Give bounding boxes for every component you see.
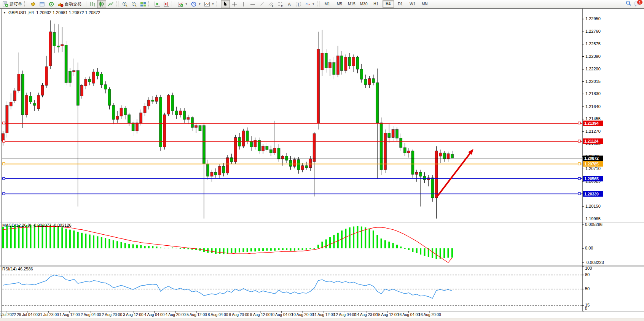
market-watch-icon	[39, 1, 45, 7]
timeframe-button-M15[interactable]: M15	[346, 0, 357, 8]
chart-window: 1.229501.227601.225751.223901.222001.220…	[0, 8, 644, 321]
dropdown-caret: ▼	[312, 3, 315, 5]
clock-icon	[191, 1, 197, 7]
megaphone-icon	[57, 1, 64, 7]
svg-text:F: F	[281, 5, 282, 7]
auto-scroll-icon	[154, 1, 160, 7]
templates-button[interactable]: ▼	[202, 0, 216, 8]
bar-chart-mode-button[interactable]	[88, 0, 97, 8]
toolbar-grip	[24, 1, 27, 7]
timeframe-button-M1[interactable]: M1	[322, 0, 333, 8]
time-axis[interactable]	[2, 311, 582, 318]
search-icon[interactable]	[625, 0, 632, 8]
zoom-in-button[interactable]	[120, 0, 129, 8]
timeframe-button-W1[interactable]: W1	[407, 0, 418, 8]
fibonacci-tool-button[interactable]: F	[276, 0, 285, 8]
dropdown-caret: ▼	[185, 3, 188, 5]
template-icon	[204, 1, 210, 7]
text-label-icon: T	[295, 1, 301, 7]
candlestick-icon	[99, 1, 105, 7]
cursor-icon	[222, 1, 228, 7]
timeframe-group: M1M5M15M30H1H4D1W1MN	[321, 0, 431, 8]
trendline-tool-button[interactable]	[257, 0, 266, 8]
horizontal-line-tool-button[interactable]	[248, 0, 257, 8]
toolbar-grip	[217, 1, 219, 7]
market-watch-button[interactable]	[38, 0, 47, 8]
main-chart-area[interactable]	[2, 9, 582, 221]
window-bottom-edge	[0, 318, 644, 321]
candlestick-mode-button[interactable]	[97, 0, 106, 8]
zoom-out-button[interactable]	[129, 0, 139, 8]
svg-text:E: E	[272, 5, 273, 7]
vertical-line-icon	[241, 1, 247, 7]
equidistant-channel-icon: E	[268, 1, 274, 7]
crosshair-icon	[231, 1, 238, 7]
periods-button[interactable]: ▼	[189, 0, 202, 8]
chart-shift-icon	[163, 1, 169, 7]
svg-text:A: A	[288, 2, 291, 7]
channel-tool-button[interactable]: E	[266, 0, 276, 8]
notification-count-badge: 1	[637, 0, 642, 5]
line-chart-mode-button[interactable]	[106, 0, 115, 8]
cursor-tool-button[interactable]	[221, 0, 230, 8]
profile-button[interactable]	[47, 0, 56, 8]
toolbar-grip	[148, 1, 151, 7]
tile-windows-button[interactable]	[139, 0, 148, 8]
toolbar-grip	[172, 1, 174, 7]
zoom-in-icon	[122, 1, 128, 7]
indicators-icon	[177, 1, 183, 7]
tile-windows-icon	[140, 1, 146, 7]
timeframe-button-M30[interactable]: M30	[358, 0, 370, 8]
timeframe-button-H1[interactable]: H1	[370, 0, 382, 8]
vertical-line-tool-button[interactable]	[239, 0, 248, 8]
trendline-icon	[259, 1, 265, 7]
auto-scroll-button[interactable]	[153, 0, 162, 8]
toolbar-grip	[116, 1, 119, 7]
timeframe-button-D1[interactable]: D1	[395, 0, 406, 8]
fibonacci-icon: F	[277, 1, 283, 7]
timeframe-button-M5[interactable]: M5	[334, 0, 345, 8]
line-chart-icon	[108, 1, 114, 7]
crosshair-tool-button[interactable]	[230, 0, 239, 8]
chart-object-button[interactable]	[29, 0, 38, 8]
cube-icon	[30, 1, 36, 7]
price-axis[interactable]	[582, 9, 643, 311]
toolbar-grip	[84, 1, 86, 7]
chart-shift-button[interactable]	[162, 0, 171, 8]
text-icon: A	[286, 1, 292, 7]
dropdown-caret: ▼	[212, 3, 214, 5]
timeframe-button-MN[interactable]: MN	[419, 0, 430, 8]
horizontal-line-icon	[250, 1, 256, 7]
profile-icon	[48, 1, 54, 7]
mt4-application: 新订单 自动交易 ▼ ▼ ▼ E F A T ▼	[0, 0, 644, 321]
arrows-tool-button[interactable]: ▼	[303, 0, 316, 8]
toolbar-grip	[317, 1, 320, 7]
dropdown-caret: ▼	[198, 3, 201, 5]
svg-text:T: T	[297, 2, 300, 6]
new-order-button[interactable]: 新订单	[1, 0, 24, 8]
new-order-icon	[2, 1, 8, 7]
label-tool-button[interactable]: T	[294, 0, 303, 8]
new-order-label: 新订单	[10, 1, 22, 7]
zoom-out-icon	[131, 1, 137, 7]
rsi-panel-area[interactable]	[2, 266, 582, 311]
indicators-button[interactable]: ▼	[176, 0, 189, 8]
auto-trading-button[interactable]: 自动交易	[56, 0, 83, 8]
notifications-button[interactable]: 1	[634, 1, 641, 7]
arrows-icon	[304, 1, 311, 7]
macd-panel-area[interactable]	[2, 222, 582, 265]
auto-trading-label: 自动交易	[65, 1, 81, 7]
text-tool-button[interactable]: A	[285, 0, 294, 8]
timeframe-button-H4[interactable]: H4	[383, 0, 394, 8]
toolbar: 新订单 自动交易 ▼ ▼ ▼ E F A T ▼	[0, 0, 644, 8]
bar-chart-icon	[89, 1, 96, 7]
